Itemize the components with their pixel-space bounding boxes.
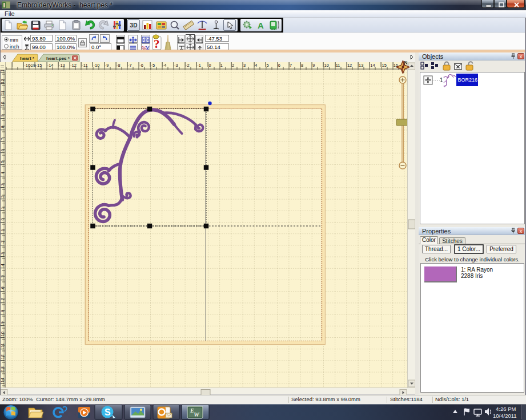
svg-text:10/4/2011: 10/4/2011 bbox=[493, 413, 517, 419]
svg-text:1: 1 bbox=[440, 77, 443, 83]
svg-text:A: A bbox=[258, 21, 264, 30]
svg-text:mm: mm bbox=[10, 37, 18, 43]
svg-text:?: ? bbox=[154, 37, 160, 51]
svg-text:S: S bbox=[105, 407, 111, 417]
svg-text:W: W bbox=[194, 411, 200, 418]
svg-text:N: N bbox=[404, 60, 407, 66]
svg-text:4:26 PM: 4:26 PM bbox=[496, 406, 516, 412]
svg-text:inch: inch bbox=[10, 44, 19, 49]
svg-text:heart *: heart * bbox=[20, 56, 35, 61]
svg-text:BOR216: BOR216 bbox=[458, 77, 478, 83]
svg-text:heart.pes *: heart.pes * bbox=[46, 56, 70, 61]
